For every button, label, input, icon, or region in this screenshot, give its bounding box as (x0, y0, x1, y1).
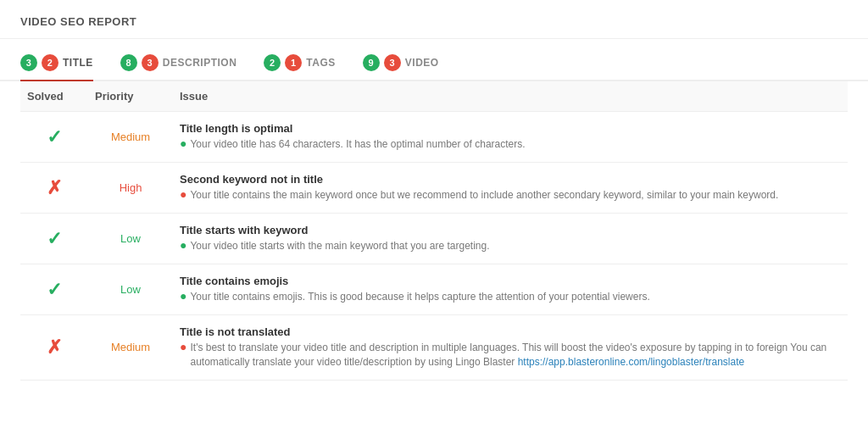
table-row: ✓LowTitle starts with keyword●Your video… (20, 214, 848, 264)
cell-solved-2: ✓ (20, 228, 88, 250)
table-header: Solved Priority Issue (20, 81, 848, 112)
tab-label-description: DESCRIPTION (163, 57, 237, 69)
cell-priority-2: Low (88, 232, 173, 245)
dot-green-icon: ● (180, 136, 186, 150)
issue-desc-text-0: Your video title has 64 characters. It h… (190, 137, 525, 152)
issue-desc-text-3: Your title contains emojis. This is good… (190, 290, 649, 304)
badge-green-title: 3 (20, 54, 37, 71)
issue-title-3: Title contains emojis (180, 275, 288, 287)
issue-title-0: Title length is optimal (180, 122, 292, 135)
issue-title-2: Title starts with keyword (180, 224, 308, 236)
page-wrapper: VIDEO SEO REPORT 32TITLE83DESCRIPTION21T… (0, 0, 868, 428)
issue-desc-4: ●It's best to translate your video title… (180, 341, 841, 370)
priority-label-2: Low (120, 232, 141, 245)
dot-red-icon: ● (180, 187, 186, 201)
badge-green-description: 8 (120, 54, 137, 71)
cell-solved-4: ✗ (20, 336, 88, 359)
table-row: ✓LowTitle contains emojis●Your title con… (20, 264, 848, 315)
cell-solved-0: ✓ (20, 126, 88, 148)
check-icon: ✓ (47, 126, 62, 148)
issue-desc-0: ●Your video title has 64 characters. It … (180, 137, 526, 152)
cell-solved-1: ✗ (20, 177, 88, 199)
cell-priority-0: Medium (88, 131, 173, 143)
tab-video[interactable]: 93VIDEO (363, 42, 439, 80)
tab-tags[interactable]: 21TAGS (264, 42, 335, 80)
tab-label-title: TITLE (63, 57, 93, 69)
badge-red-tags: 1 (285, 54, 302, 71)
cell-solved-3: ✓ (20, 279, 88, 301)
table-body: ✓MediumTitle length is optimal●Your vide… (20, 112, 848, 381)
badge-red-video: 3 (384, 54, 401, 71)
priority-label-1: High (120, 181, 142, 194)
x-icon: ✗ (47, 336, 62, 359)
x-icon: ✗ (47, 177, 62, 199)
cell-issue-4: Title is not translated●It's best to tra… (173, 325, 848, 370)
page-header: VIDEO SEO REPORT (0, 0, 868, 39)
tab-label-tags: TAGS (306, 57, 335, 69)
priority-label-0: Medium (111, 131, 150, 143)
col-priority: Priority (88, 90, 173, 103)
dot-green-icon: ● (180, 289, 186, 303)
col-solved: Solved (20, 90, 88, 103)
issue-title-1: Second keyword not in title (180, 173, 323, 186)
issue-desc-text-1: Your title contains the main keyword onc… (190, 188, 778, 203)
cell-issue-2: Title starts with keyword●Your video tit… (173, 224, 848, 253)
issue-desc-1: ●Your title contains the main keyword on… (180, 188, 778, 203)
table-row: ✗MediumTitle is not translated●It's best… (20, 315, 848, 381)
cell-priority-4: Medium (88, 341, 173, 353)
tab-title[interactable]: 32TITLE (20, 42, 93, 80)
issue-link-4[interactable]: https://app.blasteronline.com/lingoblast… (518, 356, 745, 368)
issue-title-4: Title is not translated (180, 325, 291, 338)
cell-priority-1: High (88, 181, 173, 194)
cell-issue-0: Title length is optimal●Your video title… (173, 122, 848, 152)
badge-red-title: 2 (42, 54, 58, 71)
dot-red-icon: ● (180, 340, 186, 353)
tabs-bar: 32TITLE83DESCRIPTION21TAGS93VIDEO (0, 42, 868, 81)
issue-desc-text-4: It's best to translate your video title … (190, 341, 841, 370)
col-issue: Issue (173, 90, 848, 103)
tab-label-video: VIDEO (405, 57, 439, 69)
issue-desc-3: ●Your title contains emojis. This is goo… (180, 290, 650, 304)
check-icon: ✓ (47, 279, 62, 301)
dot-green-icon: ● (180, 238, 186, 252)
issue-desc-2: ●Your video title starts with the main k… (180, 239, 490, 253)
cell-priority-3: Low (88, 283, 173, 296)
tab-description[interactable]: 83DESCRIPTION (120, 42, 237, 80)
table-row: ✗HighSecond keyword not in title●Your ti… (20, 163, 848, 214)
priority-label-4: Medium (111, 341, 150, 353)
badge-green-video: 9 (363, 54, 380, 71)
badge-green-tags: 2 (264, 54, 281, 71)
issue-desc-text-2: Your video title starts with the main ke… (190, 239, 489, 253)
page-title: VIDEO SEO REPORT (20, 15, 136, 28)
table-container: Solved Priority Issue ✓MediumTitle lengt… (0, 81, 868, 381)
cell-issue-3: Title contains emojis●Your title contain… (173, 275, 848, 304)
table-row: ✓MediumTitle length is optimal●Your vide… (20, 112, 848, 163)
check-icon: ✓ (47, 228, 62, 250)
cell-issue-1: Second keyword not in title●Your title c… (173, 173, 848, 203)
badge-red-description: 3 (142, 54, 159, 71)
priority-label-3: Low (120, 283, 141, 296)
